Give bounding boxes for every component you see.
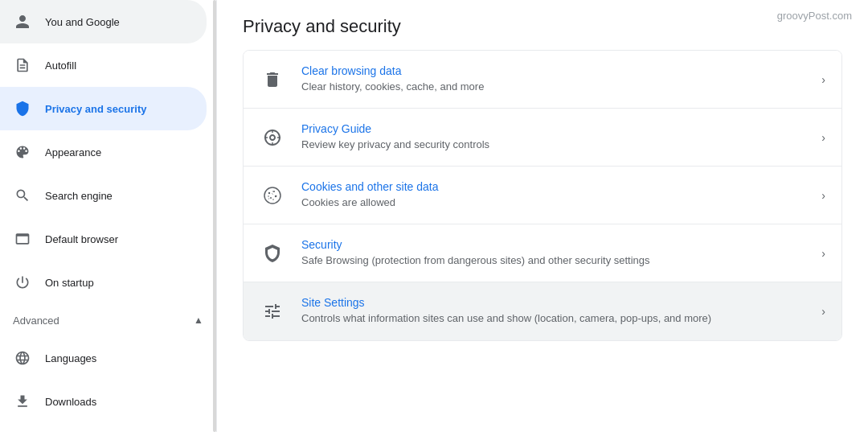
download-icon (13, 392, 32, 411)
sidebar-scrollbar (213, 0, 216, 432)
chevron-right-icon-2: › (821, 189, 825, 202)
sidebar-item-on-startup-label: On startup (45, 277, 94, 289)
svg-point-0 (264, 187, 280, 204)
palette-icon (13, 142, 32, 162)
sidebar-item-default-browser[interactable]: Default browser (0, 217, 207, 261)
settings-item-cookies-title: Cookies and other site data (301, 180, 812, 193)
svg-point-1 (268, 191, 270, 193)
sidebar-item-autofill-label: Autofill (45, 60, 76, 72)
shield-blue-icon (13, 99, 32, 118)
sidebar-item-search-engine[interactable]: Search engine (0, 174, 207, 217)
settings-item-clear-browsing-data[interactable]: Clear browsing data Clear history, cooki… (244, 51, 841, 109)
chevron-right-icon-3: › (821, 247, 825, 260)
sidebar-item-languages-label: Languages (45, 352, 96, 364)
sidebar-item-you-and-google-label: You and Google (45, 16, 120, 28)
chevron-up-icon: ▲ (194, 315, 203, 326)
chevron-right-icon-1: › (821, 131, 825, 144)
settings-item-security[interactable]: Security Safe Browsing (protection from … (244, 224, 841, 282)
sidebar-item-downloads[interactable]: Downloads (0, 380, 207, 423)
settings-item-cookies[interactable]: Cookies and other site data Cookies are … (244, 167, 841, 224)
page-title: Privacy and security (243, 16, 842, 37)
sidebar-item-privacy-and-security[interactable]: Privacy and security (0, 87, 207, 130)
svg-point-2 (273, 191, 275, 192)
search-icon (13, 186, 32, 205)
svg-point-6 (268, 195, 269, 197)
sidebar-item-languages[interactable]: Languages (0, 336, 207, 380)
sidebar-item-appearance[interactable]: Appearance (0, 130, 207, 174)
sidebar-item-search-engine-label: Search engine (45, 190, 113, 202)
sliders-icon (260, 298, 285, 324)
sidebar-item-appearance-label: Appearance (45, 146, 101, 158)
settings-item-cookies-desc: Cookies are allowed (301, 195, 812, 210)
settings-item-privacy-guide-title: Privacy Guide (301, 122, 812, 135)
settings-item-clear-browsing-data-title: Clear browsing data (301, 64, 812, 77)
svg-point-4 (270, 197, 272, 199)
chevron-right-icon-0: › (821, 73, 825, 86)
main-content: groovyPost.com Privacy and security Clea… (217, 0, 868, 432)
watermark: groovyPost.com (777, 10, 852, 22)
settings-item-security-title: Security (301, 238, 812, 251)
settings-item-clear-browsing-data-desc: Clear history, cookies, cache, and more (301, 80, 812, 94)
settings-item-clear-browsing-data-content: Clear browsing data Clear history, cooki… (301, 64, 812, 94)
settings-item-site-settings[interactable]: Site Settings Controls what information … (244, 282, 841, 340)
sidebar: You and Google Autofill Privacy and secu… (0, 0, 217, 432)
settings-item-cookies-content: Cookies and other site data Cookies are … (301, 180, 812, 210)
settings-item-privacy-guide[interactable]: Privacy Guide Review key privacy and sec… (244, 109, 841, 167)
target-icon (260, 125, 285, 150)
sidebar-item-you-and-google[interactable]: You and Google (0, 0, 207, 43)
power-icon (13, 273, 32, 292)
globe-icon (13, 348, 32, 368)
svg-point-5 (272, 199, 274, 200)
security-shield-icon (260, 241, 285, 266)
settings-item-privacy-guide-desc: Review key privacy and security controls (301, 138, 812, 152)
settings-item-security-content: Security Safe Browsing (protection from … (301, 238, 812, 268)
settings-item-privacy-guide-content: Privacy Guide Review key privacy and sec… (301, 122, 812, 152)
sidebar-item-default-browser-label: Default browser (45, 233, 118, 245)
chevron-right-icon-4: › (821, 305, 825, 318)
browser-icon (13, 229, 32, 249)
sidebar-item-downloads-label: Downloads (45, 396, 96, 408)
person-icon (13, 12, 32, 31)
sidebar-item-autofill[interactable]: Autofill (0, 43, 207, 87)
cookie-icon (260, 183, 285, 208)
settings-item-site-settings-desc: Controls what information sites can use … (301, 311, 812, 326)
advanced-label: Advanced (13, 315, 194, 327)
trash-icon (260, 67, 285, 93)
sidebar-item-privacy-label: Privacy and security (45, 103, 146, 115)
settings-item-site-settings-content: Site Settings Controls what information … (301, 296, 812, 326)
settings-item-site-settings-title: Site Settings (301, 296, 812, 309)
advanced-section-header[interactable]: Advanced ▲ (0, 304, 216, 336)
settings-list: Clear browsing data Clear history, cooki… (243, 50, 842, 341)
autofill-icon (13, 56, 32, 75)
settings-item-security-desc: Safe Browsing (protection from dangerous… (301, 253, 812, 268)
sidebar-item-on-startup[interactable]: On startup (0, 261, 207, 304)
